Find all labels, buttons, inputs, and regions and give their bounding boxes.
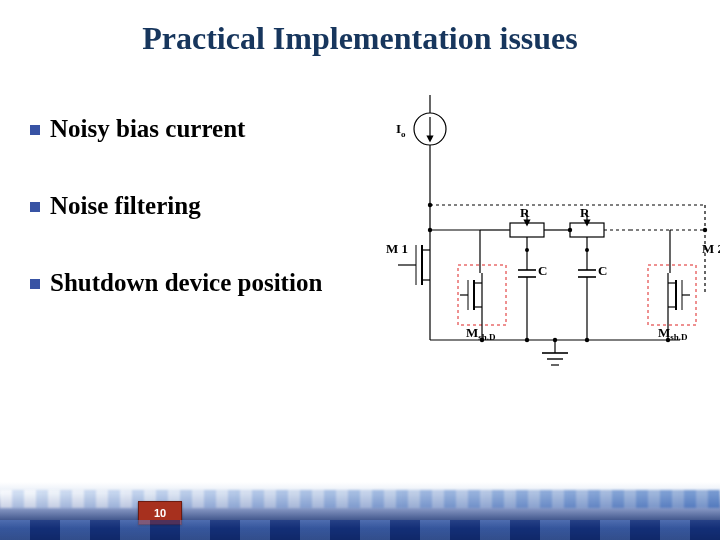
bullet-text: Noise filtering — [50, 192, 201, 221]
bullet-item: Noisy bias current — [30, 115, 370, 144]
mosfet-shutdown-left-icon — [458, 230, 506, 340]
svg-text:Msh.D: Msh.D — [658, 325, 688, 342]
svg-point-6 — [428, 203, 432, 207]
svg-text:Io: Io — [396, 121, 406, 139]
bullet-item: Shutdown device position — [30, 269, 370, 298]
circuit-diagram: Io M 1 — [370, 95, 720, 405]
ground-icon — [542, 340, 568, 365]
bullet-item: Noise filtering — [30, 192, 370, 221]
svg-text:C: C — [598, 263, 607, 278]
svg-text:M 1: M 1 — [386, 241, 408, 256]
slide-title: Practical Implementation issues — [0, 20, 720, 57]
svg-rect-29 — [510, 223, 544, 237]
capacitor-c-right-icon — [578, 237, 596, 340]
footer-banner: 10 — [0, 482, 720, 540]
slide: Practical Implementation issues Noisy bi… — [0, 0, 720, 540]
svg-point-70 — [480, 338, 484, 342]
svg-point-50 — [568, 228, 572, 232]
svg-rect-39 — [570, 223, 604, 237]
page-number: 10 — [138, 501, 182, 525]
capacitor-c-left-icon — [518, 237, 536, 340]
bullet-square-icon — [30, 279, 40, 289]
svg-text:R: R — [520, 205, 530, 220]
bullet-text: Noisy bias current — [50, 115, 245, 144]
svg-text:R: R — [580, 205, 590, 220]
bullet-square-icon — [30, 202, 40, 212]
bullet-text: Shutdown device position — [50, 269, 322, 298]
svg-point-69 — [553, 338, 557, 342]
mosfet-m1-icon — [398, 228, 432, 295]
mosfet-shutdown-right-icon — [648, 230, 696, 340]
svg-point-73 — [666, 338, 670, 342]
svg-text:M 2: M 2 — [702, 241, 720, 256]
bullet-list: Noisy bias current Noise filtering Shutd… — [30, 115, 370, 345]
svg-point-71 — [525, 338, 529, 342]
bullet-square-icon — [30, 125, 40, 135]
svg-point-72 — [585, 338, 589, 342]
svg-text:C: C — [538, 263, 547, 278]
